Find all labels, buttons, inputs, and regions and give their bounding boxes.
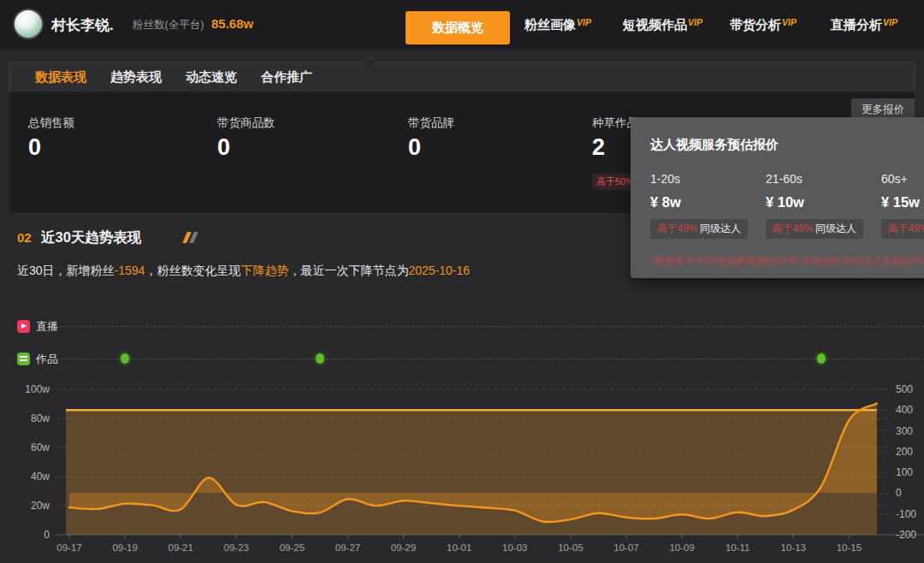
vip-badge: VIP: [688, 17, 702, 27]
svg-text:500: 500: [896, 383, 913, 395]
svg-text:10-09: 10-09: [669, 542, 694, 553]
popup-disclaimer: *数据基于平台近期表现预估计算 具体报价请以达人实际合作报价为准: [650, 254, 924, 269]
svg-text:20w: 20w: [31, 500, 50, 512]
works-marker-dot[interactable]: [121, 353, 129, 364]
tab-fans-portrait[interactable]: 粉丝画像VIP: [524, 17, 591, 33]
svg-text:-200: -200: [896, 529, 916, 541]
section-number: 02: [17, 230, 32, 245]
tab-data-overview[interactable]: 数据概览: [406, 11, 510, 44]
svg-text:10-15: 10-15: [837, 542, 862, 553]
svg-text:09-25: 09-25: [280, 542, 305, 553]
popup-title: 达人视频服务预估报价: [650, 137, 779, 153]
creator-name: 村长李锐.: [51, 15, 114, 35]
svg-text:60w: 60w: [31, 442, 50, 453]
svg-text:80w: 80w: [31, 412, 50, 424]
fans-count-value: 85.68w: [211, 16, 253, 31]
svg-text:100w: 100w: [25, 383, 50, 395]
timeline-dashed-line: [56, 326, 924, 327]
vip-badge: VIP: [782, 17, 797, 27]
svg-text:09-19: 09-19: [112, 542, 137, 553]
live-icon: [17, 320, 30, 333]
works-marker-dot[interactable]: [316, 353, 324, 364]
svg-text:09-29: 09-29: [391, 542, 416, 553]
svg-text:400: 400: [896, 404, 913, 416]
svg-text:200: 200: [896, 446, 913, 458]
svg-text:09-17: 09-17: [56, 542, 81, 553]
svg-text:300: 300: [896, 425, 913, 437]
legend-works[interactable]: 作品: [36, 352, 58, 367]
fans-count-label: 粉丝数(全平台): [133, 18, 204, 33]
svg-text:0: 0: [896, 487, 902, 499]
sub-nav: 数据表现 趋势表现 动态速览 合作推广: [9, 62, 915, 92]
tab-short-video[interactable]: 短视频作品VIP: [623, 17, 702, 33]
svg-text:09-21: 09-21: [168, 542, 192, 553]
svg-text:10-01: 10-01: [447, 542, 471, 553]
timeline-row-works: 作品: [0, 350, 924, 367]
tab-live-analysis[interactable]: 直播分析VIP: [831, 17, 897, 33]
subnav-notch: [363, 56, 376, 69]
peer-compare-chip: 高于49%同级达人: [766, 219, 863, 239]
svg-text:100: 100: [896, 466, 913, 478]
svg-text:40w: 40w: [31, 471, 50, 483]
svg-text:10-07: 10-07: [613, 542, 638, 553]
svg-text:-100: -100: [896, 508, 916, 520]
timeline-row-live: 直播: [0, 317, 924, 335]
timeline-dashed-line: [56, 359, 924, 359]
svg-text:10-11: 10-11: [726, 542, 750, 553]
subtab-trend-performance[interactable]: 趋势表现: [98, 69, 174, 86]
svg-text:10-03: 10-03: [502, 542, 527, 553]
top-bar: 村长李锐. 粉丝数(全平台) 85.68w 数据概览 粉丝画像VIP 短视频作品…: [0, 0, 924, 50]
peer-compare-chip: 高于49%同级达人: [881, 219, 924, 239]
tab-ecommerce-analysis[interactable]: 带货分析VIP: [730, 17, 797, 33]
svg-text:09-27: 09-27: [335, 542, 360, 553]
subtab-cooperation[interactable]: 合作推广: [249, 69, 324, 86]
svg-text:10-05: 10-05: [558, 542, 583, 553]
subtab-data-performance[interactable]: 数据表现: [23, 69, 98, 86]
quote-popup: 达人视频服务预估报价 1-20s ¥ 8w 高于49%同级达人 21-60s ¥…: [631, 117, 924, 278]
trend-summary: 近30日，新增粉丝-1594，粉丝数变化呈现下降趋势，最近一次下降节点为2025…: [17, 264, 470, 279]
peer-compare-chip: 高于49%同级达人: [650, 219, 748, 239]
vip-badge: VIP: [883, 17, 897, 27]
section-title: 近30天趋势表现: [41, 228, 141, 247]
slashes-icon: [185, 232, 196, 243]
subtab-activity-overview[interactable]: 动态速览: [174, 69, 249, 86]
legend-live[interactable]: 直播: [36, 319, 58, 335]
svg-text:09-23: 09-23: [224, 542, 249, 553]
works-marker-dot[interactable]: [817, 353, 826, 364]
works-icon: [17, 353, 30, 365]
dashboard-page: 100w80w60w40w20w05004003002001000-100-20…: [0, 0, 924, 563]
svg-text:10-13: 10-13: [781, 542, 806, 553]
vip-badge: VIP: [577, 17, 591, 27]
svg-text:0: 0: [44, 529, 50, 541]
avatar[interactable]: [13, 9, 44, 39]
